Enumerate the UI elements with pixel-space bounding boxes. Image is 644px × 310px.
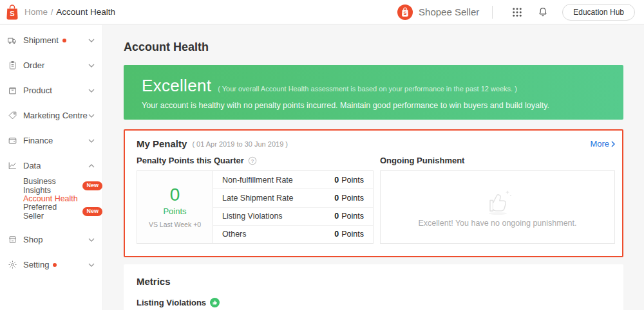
notifications-button[interactable]: [535, 4, 551, 21]
sidebar-item-finance[interactable]: Finance: [0, 128, 102, 153]
sidebar-item-label: Marketing Centre: [23, 111, 88, 120]
sidebar-item-label: Shipment: [23, 35, 59, 45]
chevron-down-icon: [88, 114, 95, 118]
sidebar-subitem-label: Business Insights: [23, 177, 79, 195]
points-row-value: 0: [334, 194, 339, 203]
clipboard-icon: [7, 60, 17, 71]
wallet-icon: [7, 136, 17, 146]
chevron-up-icon: [88, 164, 95, 168]
metric-ok-thumbs-up-icon: [210, 298, 220, 307]
shopee-round-logo-icon: S: [397, 4, 413, 21]
ongoing-punishment-heading: Ongoing Punishment: [380, 156, 464, 165]
chevron-down-icon: [88, 64, 95, 68]
sidebar-item-marketing-centre[interactable]: Marketing Centre: [0, 103, 102, 128]
health-rating: Excellent: [142, 76, 211, 96]
apps-grid-button[interactable]: [509, 4, 526, 21]
points-row-label: Late Shipment Rate: [222, 194, 294, 203]
health-description: Your account is healthy with no penalty …: [142, 101, 605, 110]
bell-icon: [537, 6, 549, 18]
points-row-value: 0: [334, 176, 339, 185]
points-row: Non-fulfillment Rate 0Points: [213, 171, 373, 189]
points-row-unit: Points: [341, 212, 364, 221]
sidebar-item-order[interactable]: Order: [0, 53, 102, 78]
main-content: Account Health Excellent ( Your overall …: [103, 25, 644, 310]
sidebar-item-label: Data: [23, 161, 41, 170]
tag-icon: [7, 111, 17, 121]
metrics-section: Metrics Listing Violations: [124, 264, 623, 310]
thumbs-up-icon: [480, 187, 515, 215]
storefront-icon: [7, 235, 17, 245]
sidebar-item-label: Shop: [23, 235, 43, 244]
sidebar-data-submenu: Business Insights New Account Health Pre…: [0, 178, 102, 227]
points-row-unit: Points: [341, 230, 364, 239]
app-header: S Home / Account Health S Shopee Seller: [0, 0, 644, 24]
shopee-seller-brand[interactable]: S Shopee Seller: [397, 4, 479, 21]
sidebar-item-business-insights[interactable]: Business Insights New: [0, 179, 102, 192]
sidebar-item-label: Finance: [23, 136, 53, 145]
package-icon: [7, 86, 17, 96]
sidebar-item-shipment[interactable]: Shipment: [0, 28, 102, 53]
header-divider: [492, 6, 493, 19]
points-row-label: Non-fulfillment Rate: [222, 176, 293, 185]
metrics-title: Metrics: [137, 276, 611, 287]
sidebar-item-data[interactable]: Data: [0, 153, 102, 178]
points-value: 0: [170, 186, 180, 204]
sidebar-item-product[interactable]: Product: [0, 78, 102, 103]
svg-text:S: S: [10, 10, 14, 17]
metric-listing-violations-label: Listing Violations: [137, 298, 206, 307]
chevron-down-icon: [88, 139, 95, 143]
page-title: Account Health: [124, 41, 623, 54]
chevron-down-icon: [88, 39, 95, 42]
truck-icon: [7, 35, 17, 46]
points-row-value: 0: [334, 230, 339, 239]
notification-dot: [53, 263, 57, 267]
chevron-right-icon: [611, 141, 615, 147]
sidebar-item-label: Order: [23, 60, 44, 70]
penalty-points-heading: Penalty Points this Quarter: [137, 156, 244, 165]
sidebar-subitem-label: Account Health: [23, 194, 78, 203]
account-health-banner: Excellent ( Your overall Account Health …: [124, 65, 623, 120]
points-breakdown: Non-fulfillment Rate 0Points Late Shipme…: [213, 171, 373, 243]
points-vs-last-week: VS Last Week +0: [149, 221, 201, 228]
more-link[interactable]: More: [590, 139, 615, 149]
shopee-logo-icon[interactable]: S: [5, 3, 19, 21]
penalty-date-range: ( 01 Apr 2019 to 30 Jun 2019 ): [192, 140, 288, 148]
sidebar-item-preferred-seller[interactable]: Preferred Seller New: [0, 205, 102, 218]
ongoing-punishment-message: Excellent! You have no ongoing punishmen…: [418, 219, 576, 228]
apps-grid-icon: [511, 6, 523, 18]
points-row-label: Listing Violations: [222, 212, 283, 221]
sidebar-item-setting[interactable]: Setting: [0, 252, 102, 277]
svg-text:S: S: [404, 10, 407, 16]
my-penalty-section: My Penalty ( 01 Apr 2019 to 30 Jun 2019 …: [124, 129, 623, 257]
sidebar-nav: Shipment Order Product: [0, 25, 103, 310]
points-row-label: Others: [222, 230, 247, 239]
ongoing-punishment-box: Excellent! You have no ongoing punishmen…: [380, 170, 615, 244]
my-penalty-title: My Penalty: [137, 138, 187, 149]
chevron-down-icon: [88, 263, 95, 267]
penalty-points-box: 0 Points VS Last Week +0 Non-fulfillment…: [137, 170, 374, 244]
points-row: Others 0Points: [213, 226, 373, 243]
chevron-down-icon: [88, 238, 95, 242]
points-row: Late Shipment Rate 0Points: [213, 189, 373, 207]
sidebar-subitem-label: Preferred Seller: [23, 203, 79, 221]
points-row-unit: Points: [341, 194, 364, 203]
breadcrumb-home-link[interactable]: Home: [24, 7, 48, 17]
breadcrumb: S Home / Account Health: [0, 3, 115, 21]
new-badge: New: [82, 181, 102, 190]
sidebar-item-label: Product: [23, 86, 52, 95]
health-rating-note: ( Your overall Account Health assessment…: [218, 85, 517, 93]
brand-name: Shopee Seller: [419, 6, 479, 17]
points-unit: Points: [163, 206, 186, 216]
points-row-value: 0: [334, 212, 339, 221]
help-icon[interactable]: ?: [248, 156, 257, 165]
chevron-down-icon: [88, 89, 95, 93]
line-chart-icon: [7, 161, 17, 171]
notification-dot: [62, 39, 66, 42]
gear-icon: [7, 260, 17, 270]
new-badge: New: [82, 207, 102, 216]
sidebar-item-shop[interactable]: Shop: [0, 227, 102, 252]
sidebar-item-label: Setting: [23, 260, 49, 269]
svg-text:?: ?: [251, 158, 254, 163]
points-summary: 0 Points VS Last Week +0: [137, 171, 213, 243]
education-hub-button[interactable]: Education Hub: [562, 4, 635, 21]
